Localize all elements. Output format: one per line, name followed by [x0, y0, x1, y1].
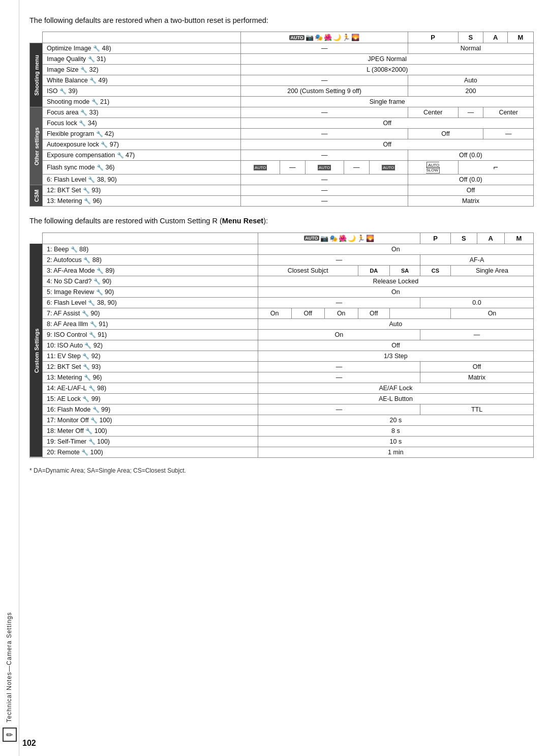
- row-value: Off: [241, 139, 534, 150]
- row-mode-value: Off (0.0): [408, 150, 533, 161]
- row-label: 17: Monitor Off 🔧 100): [43, 415, 258, 425]
- t2icon1: 📷: [320, 235, 328, 242]
- table-row: 10: ISO Auto 🔧 92) Off: [30, 340, 534, 351]
- row-value: 10 s: [258, 436, 533, 447]
- af-off: Off: [291, 308, 324, 318]
- table-row: CSM 12: BKT Set 🔧 93) — Off: [30, 185, 534, 196]
- csm-section-label: CSM: [30, 185, 43, 207]
- table-row: Shooting mode 🔧 21) Single frame: [30, 97, 534, 107]
- footnote: * DA=Dynamic Area; SA=Single Area; CS=Cl…: [29, 467, 534, 474]
- row-value: —: [258, 404, 420, 415]
- icon6: 🌄: [351, 34, 359, 41]
- t2-p-header: P: [420, 232, 451, 244]
- flash-icon3: AUTO: [369, 161, 408, 175]
- row-value: —: [241, 43, 408, 54]
- row-value: —: [241, 129, 408, 139]
- table-row: 15: AE Lock 🔧 99) AE-L Button: [30, 393, 534, 404]
- row-mode-value: TTL: [420, 404, 534, 415]
- a-col-header: A: [483, 32, 508, 43]
- table-row: 20: Remote 🔧 100) 1 min: [30, 447, 534, 457]
- row-value: —: [258, 372, 420, 383]
- row-label: 11: EV Step 🔧 92): [43, 351, 258, 361]
- section-col-header2: [30, 232, 43, 244]
- row-value: 1 min: [258, 447, 533, 457]
- row-mode-value: Off: [420, 361, 534, 372]
- table-row: 14: AE-L/AF-L 🔧 98) AE/AF Lock: [30, 383, 534, 393]
- row-value: —: [241, 150, 408, 161]
- table-row: 8: AF Area Illm 🔧 91) Auto: [30, 318, 534, 329]
- t2icon5: 🏃: [357, 235, 365, 242]
- flash-icon2: AUTO: [305, 161, 344, 175]
- table-row: 2: Autofocus 🔧 88) — AF-A: [30, 254, 534, 265]
- table-row: 16: Flash Mode 🔧 99) — TTL: [30, 404, 534, 415]
- cs-cell: CS: [420, 265, 451, 276]
- table-header-row: AUTO 📷 🎭 🌺 🌙 🏃 🌄 P S A M: [30, 32, 534, 43]
- row-label: Image Size 🔧 32): [43, 65, 241, 75]
- row-value: —: [241, 75, 408, 86]
- table-row: Image Size 🔧 32) L (3008×2000): [30, 65, 534, 75]
- row-value: —: [241, 196, 408, 207]
- other-section-label: Other settings: [30, 107, 43, 185]
- sidebar-label: Technical Notes—Camera Settings: [6, 612, 13, 722]
- row-label: 13: Metering 🔧 96): [43, 372, 258, 383]
- row-mode-value: Off: [408, 185, 533, 196]
- table-row: Shooting menu Optimize Image 🔧 48) — Nor…: [30, 43, 534, 54]
- t2icon6: 🌄: [366, 235, 374, 242]
- row-label: 6: Flash Level 🔧 38, 90): [43, 175, 241, 185]
- flash-icon1: AUTO: [241, 161, 280, 175]
- row-label: 12: BKT Set 🔧 93): [43, 185, 241, 196]
- row-right-value: Center: [483, 107, 534, 118]
- row-mode-value: Matrix: [420, 372, 534, 383]
- af-on2: On: [324, 308, 358, 318]
- table-row: Other settings Focus area 🔧 33) — Center…: [30, 107, 534, 118]
- row-label: 6: Flash Level 🔧 38, 90): [43, 297, 258, 308]
- table-row: Image Quality 🔧 31) JPEG Normal: [30, 54, 534, 65]
- af-on: On: [258, 308, 291, 318]
- flash-icon5: ⌐: [458, 161, 534, 175]
- row-mode-value: Single Area: [450, 265, 533, 276]
- flash-dash1: —: [280, 161, 305, 175]
- table-row: Autoexposure lock 🔧 97) Off: [30, 139, 534, 150]
- row-mode-value: Off (0.0): [408, 175, 533, 185]
- table-row: 18: Meter Off 🔧 100) 8 s: [30, 425, 534, 436]
- icon5: 🏃: [342, 34, 350, 41]
- intro-text-2: The following defaults are restored with…: [29, 216, 534, 226]
- row-right-value: —: [483, 129, 534, 139]
- table-row: 17: Monitor Off 🔧 100) 20 s: [30, 415, 534, 425]
- mode-icons2: AUTO 📷 🎭 🌺 🌙 🏃 🌄: [261, 235, 417, 242]
- table-row: 11: EV Step 🔧 92) 1/3 Step: [30, 351, 534, 361]
- row-label: 3: AF-Area Mode 🔧 89): [43, 265, 258, 276]
- reset-table: AUTO 📷 🎭 🌺 🌙 🏃 🌄 P S A M: [29, 32, 534, 207]
- row-center-value: Center: [408, 107, 458, 118]
- row-label: Exposure compensation 🔧 47): [43, 150, 241, 161]
- icon2: 🎭: [315, 34, 323, 41]
- sidebar-icon: ✏: [3, 728, 17, 742]
- row-mode-value: —: [420, 329, 534, 340]
- row-value: —: [241, 175, 408, 185]
- t2-s-header: S: [450, 232, 477, 244]
- af-off2: Off: [358, 308, 389, 318]
- s-col-header: S: [458, 32, 483, 43]
- row-mode-value: Matrix: [408, 196, 533, 207]
- row-value: —: [258, 361, 420, 372]
- table-row: ISO 🔧 39) 200 (Custom Setting 9 off) 200: [30, 86, 534, 97]
- t2-a-header: A: [477, 232, 504, 244]
- row-value: Auto: [258, 318, 533, 329]
- auto-badge2: AUTO: [304, 236, 319, 241]
- table-row: 7: AF Assist 🔧 90) On Off On Off On: [30, 308, 534, 318]
- row-label: 8: AF Area Illm 🔧 91): [43, 318, 258, 329]
- row-mode-value: AF-A: [420, 254, 534, 265]
- row-label: 20: Remote 🔧 100): [43, 447, 258, 457]
- table-row: 6: Flash Level 🔧 38, 90) — 0.0: [30, 297, 534, 308]
- table-row: 3: AF-Area Mode 🔧 89) Closest Subjct DA …: [30, 265, 534, 276]
- flash-dash2: —: [344, 161, 369, 175]
- row-label: 1: Beep 🔧 88): [43, 244, 258, 254]
- row-label: 15: AE Lock 🔧 99): [43, 393, 258, 404]
- row-label: Optimize Image 🔧 48): [43, 43, 241, 54]
- item-col-header2: [43, 232, 258, 244]
- flash-icon4: AUTOSLOW: [408, 161, 458, 175]
- focus-lock-label: Focus lock 🔧 34): [43, 118, 241, 129]
- row-label: 18: Meter Off 🔧 100): [43, 425, 258, 436]
- row-label: Focus area 🔧 33): [43, 107, 241, 118]
- row-label: 12: BKT Set 🔧 93): [43, 361, 258, 372]
